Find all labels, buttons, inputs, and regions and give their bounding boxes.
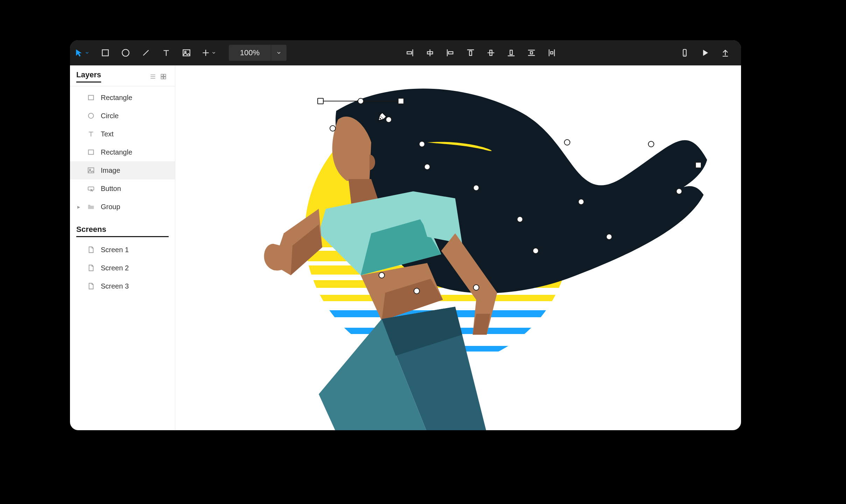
chevron-down-icon [210,50,217,55]
add-tool[interactable] [197,40,222,65]
svg-rect-34 [161,74,163,76]
grid-view-button[interactable] [158,71,169,82]
screens-panel-title: Screens [76,225,169,237]
svg-rect-14 [448,52,453,54]
svg-point-39 [89,113,94,119]
line-tool[interactable] [136,40,156,65]
svg-rect-43 [88,168,94,173]
svg-rect-56 [301,301,581,310]
distribute-h[interactable] [542,40,562,65]
align-vcenter[interactable] [481,40,501,65]
screens-list: Screen 1Screen 2Screen 3 [70,241,175,295]
rect-icon [87,148,95,156]
screen-label: Screen 3 [101,282,129,290]
layer-item[interactable]: Rectangle [70,88,175,107]
align-hcenter[interactable] [420,40,440,65]
button-icon [87,184,95,193]
app-window: 100% [70,40,741,430]
image-tool[interactable] [176,40,197,65]
circle-icon [87,112,95,120]
screen-label: Screen 1 [101,246,129,254]
svg-rect-0 [102,50,108,56]
select-tool[interactable] [70,40,95,65]
distribute-v[interactable] [521,40,542,65]
layer-label: Rectangle [101,148,132,156]
zoom-value: 100% [229,48,271,57]
canvas[interactable] [175,65,741,430]
screen-item[interactable]: Screen 3 [70,277,175,295]
svg-rect-54 [301,288,581,295]
rectangle-tool[interactable] [95,40,115,65]
layer-item[interactable]: Text [70,125,175,143]
screen-item[interactable]: Screen 2 [70,259,175,277]
svg-rect-23 [530,52,533,54]
svg-rect-20 [510,50,512,55]
chevron-down-icon [84,50,91,55]
svg-point-66 [380,118,381,119]
device-preview[interactable] [675,40,695,65]
svg-rect-5 [183,50,190,56]
page-icon [87,282,95,290]
pen-cursor-icon [377,110,389,123]
svg-rect-42 [89,150,94,155]
layer-label: Circle [101,112,119,120]
upload-button[interactable] [715,40,735,65]
zoom-control[interactable]: 100% [229,45,287,61]
svg-rect-35 [164,74,166,76]
zoom-dropdown[interactable] [271,45,287,61]
rect-icon [87,93,95,102]
sidebar: Layers RectangleCircleTextRectangleImage… [70,65,175,430]
svg-rect-26 [550,52,553,54]
layer-item[interactable]: Image [70,161,175,179]
layer-label: Button [101,185,121,193]
page-icon [87,264,95,272]
toolbar: 100% [70,40,741,65]
screen-item[interactable]: Screen 1 [70,241,175,259]
svg-rect-38 [89,95,94,100]
image-icon [87,166,95,175]
layers-list: RectangleCircleTextRectangleImageButton▸… [70,88,175,216]
layer-label: Image [101,166,120,175]
text-tool[interactable] [156,40,176,65]
list-view-button[interactable] [148,71,158,82]
text-icon [87,130,95,138]
expand-caret-icon[interactable]: ▸ [76,204,81,210]
align-group [400,40,562,65]
align-bottom[interactable] [501,40,521,65]
screen-label: Screen 2 [101,264,129,272]
layer-item[interactable]: Circle [70,107,175,125]
layer-label: Text [101,130,114,138]
page-icon [87,246,95,254]
align-top[interactable] [460,40,481,65]
layer-item[interactable]: ▸Group [70,198,175,216]
align-left[interactable] [440,40,460,65]
layer-label: Rectangle [101,94,132,102]
layers-panel-title: Layers [76,70,101,83]
layer-item[interactable]: Button [70,179,175,198]
layer-item[interactable]: Rectangle [70,143,175,161]
svg-rect-37 [164,77,166,79]
svg-rect-10 [407,52,411,54]
folder-icon [87,203,95,211]
svg-point-1 [122,49,129,56]
canvas-illustration [231,69,707,430]
layer-label: Group [101,203,120,211]
ellipse-tool[interactable] [115,40,136,65]
play-button[interactable] [695,40,715,65]
svg-rect-16 [469,51,472,56]
svg-rect-36 [161,77,163,79]
align-right[interactable] [400,40,420,65]
svg-line-2 [143,50,148,55]
